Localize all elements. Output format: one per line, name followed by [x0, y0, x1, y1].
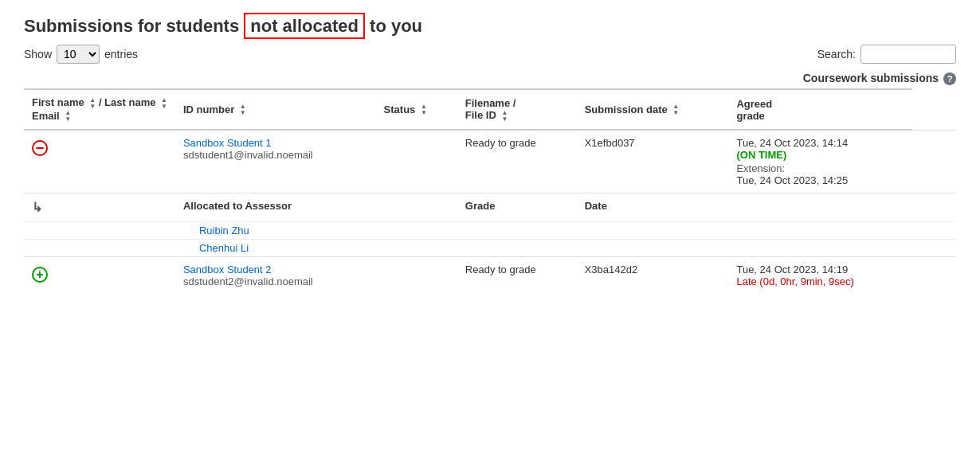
empty-cell-1 [376, 193, 457, 222]
search-area: Search: [817, 45, 956, 64]
assessor-row: Chenhui Li [24, 240, 956, 257]
student-status-cell: Ready to grade [457, 130, 577, 193]
student-email-2: sdstudent2@invalid.noemail [183, 275, 313, 287]
col-agreed-grade: Agreedgrade [728, 89, 911, 130]
assessor-row: Ruibin Zhu [24, 222, 956, 240]
assessor-name-cell: Ruibin Zhu [175, 222, 376, 240]
entries-label: entries [104, 48, 138, 61]
status-icon-cell [24, 130, 175, 193]
col-name: First name ▲▼ / Last name ▲▼ Email ▲▼ [24, 89, 175, 130]
assessor-link[interactable]: Ruibin Zhu [199, 225, 249, 236]
student-name-cell-2: Sandbox Student 2 sdstudent2@invalid.noe… [175, 257, 376, 295]
student-submission-date-cell: Tue, 24 Oct 2023, 14:14 (ON TIME) Extens… [728, 130, 911, 193]
student-fileid-cell: X1efbd037 [577, 130, 729, 193]
info-icon[interactable]: ? [943, 72, 956, 85]
student-id-cell [376, 130, 457, 193]
green-plus-icon [32, 267, 48, 283]
arrow-icon: ↳ [32, 201, 45, 214]
coursework-header-label: Coursework submissions [803, 72, 939, 84]
student-id-cell-2 [376, 257, 457, 295]
student-status-cell-2: Ready to grade [457, 257, 577, 295]
col-submission-date: Submission date ▲▼ [577, 89, 729, 130]
show-label: Show [24, 48, 52, 61]
assessor-empty-icon [24, 222, 175, 240]
search-label: Search: [817, 48, 856, 61]
allocated-to-assessor-label: Allocated to Assessor [175, 193, 376, 222]
col-status: Status ▲▼ [376, 89, 457, 130]
col-filename: Filename /File ID ▲▼ [457, 89, 577, 130]
table-row: Sandbox Student 1 sdstudent1@invalid.noe… [24, 130, 956, 193]
red-minus-icon [32, 140, 48, 156]
title-end: to you [365, 16, 422, 36]
submissions-table: First name ▲▼ / Last name ▲▼ Email ▲▼ ID… [24, 88, 956, 294]
student-name-link-2[interactable]: Sandbox Student 2 [183, 264, 368, 275]
title-start: Submissions for students [24, 16, 244, 36]
table-header-row: First name ▲▼ / Last name ▲▼ Email ▲▼ ID… [24, 89, 956, 130]
assessor-name-cell-2: Chenhui Li [175, 240, 376, 257]
student-name-cell: Sandbox Student 1 sdstudent1@invalid.noe… [175, 130, 376, 193]
entries-select[interactable]: 10 25 50 100 [57, 45, 100, 64]
submission-status-late: Late (0d, 0hr, 9min, 9sec) [736, 275, 904, 287]
assessor-empty-icon-2 [24, 240, 175, 257]
empty-cell-2 [728, 193, 911, 222]
col-id-number: ID number ▲▼ [175, 89, 376, 130]
title-highlight: not allocated [244, 13, 365, 39]
student-submission-date-cell-2: Tue, 24 Oct 2023, 14:19 Late (0d, 0hr, 9… [728, 257, 911, 295]
grade-label: Grade [457, 193, 577, 222]
extension-date: Tue, 24 Oct 2023, 14:25 [736, 174, 904, 186]
submission-date: Tue, 24 Oct 2023, 14:14 [736, 137, 904, 149]
controls-row: Show 10 25 50 100 entries Search: [24, 45, 956, 64]
assessor-link-2[interactable]: Chenhui Li [199, 242, 249, 254]
student-name-link[interactable]: Sandbox Student 1 [183, 137, 368, 149]
coursework-header: Coursework submissions ? [24, 72, 956, 85]
allocated-header-row: ↳ Allocated to Assessor Grade Date [24, 193, 956, 222]
student-fileid-cell-2: X3ba142d2 [577, 257, 729, 295]
student-email: sdstudent1@invalid.noemail [183, 149, 313, 161]
show-entries: Show 10 25 50 100 entries [24, 45, 138, 64]
submission-date-2: Tue, 24 Oct 2023, 14:19 [736, 264, 904, 275]
extension-label: Extension: [736, 162, 904, 174]
submission-status-ontime: (ON TIME) [736, 149, 904, 161]
search-input[interactable] [860, 45, 956, 64]
allocated-arrow-cell: ↳ [24, 193, 175, 222]
page-title: Submissions for students not allocated t… [24, 16, 956, 37]
table-row: Sandbox Student 2 sdstudent2@invalid.noe… [24, 257, 956, 295]
student-agreed-grade-cell-2 [912, 257, 956, 295]
student-agreed-grade-cell [912, 130, 956, 193]
empty-cell-3 [912, 193, 956, 222]
status-icon-cell-2 [24, 257, 175, 295]
date-label: Date [577, 193, 729, 222]
